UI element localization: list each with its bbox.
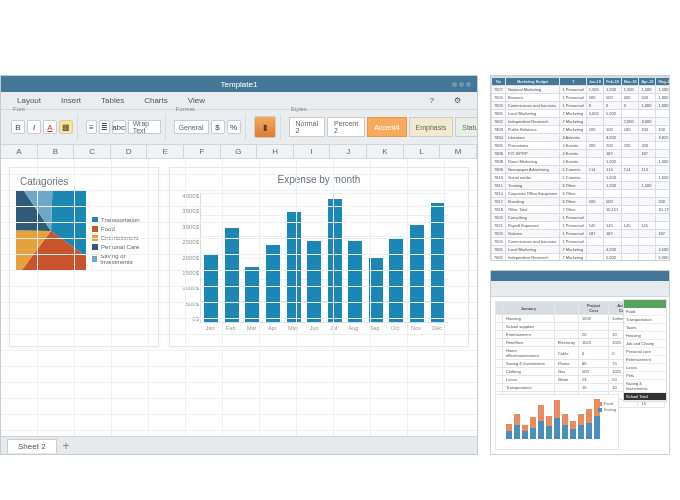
style-status[interactable]: Status bbox=[455, 117, 478, 137]
align-center-icon[interactable]: ≣ bbox=[99, 120, 110, 134]
style-percent2[interactable]: Percent 2 bbox=[327, 117, 365, 137]
table-row[interactable]: 7820Consulting1 Personnel bbox=[492, 214, 671, 222]
table-row[interactable]: 7804Literature3 Advertis3,0003,825 bbox=[492, 134, 671, 142]
style-accent4[interactable]: Accent4 bbox=[367, 117, 406, 137]
sidebar-item[interactable]: Personal care bbox=[624, 348, 666, 356]
bold-button[interactable]: B bbox=[11, 120, 25, 134]
stacked-bar bbox=[538, 405, 544, 439]
sidebar-item[interactable]: Taxes bbox=[624, 324, 666, 332]
sidebar-item[interactable]: Food bbox=[624, 308, 666, 316]
menu-insert[interactable]: Insert bbox=[51, 92, 91, 109]
style-emphasis[interactable]: Emphasis bbox=[409, 117, 454, 137]
insert-chart-icon[interactable]: ▮ bbox=[254, 116, 276, 138]
mini2-sheet[interactable]: JanuaryProject CostActual CostDifference… bbox=[491, 297, 669, 454]
sidebar-item[interactable]: Housing bbox=[624, 332, 666, 340]
window-controls[interactable] bbox=[452, 82, 471, 87]
mini2-titlebar bbox=[491, 271, 669, 281]
italic-button[interactable]: I bbox=[27, 120, 41, 134]
table-row[interactable]: 7821Payroll Expenses1 Personnel145145145… bbox=[492, 222, 671, 230]
worksheet-area[interactable]: Catagories TransportationFoodEntertainme… bbox=[1, 159, 477, 436]
add-sheet-button[interactable]: + bbox=[63, 439, 70, 453]
column-header[interactable]: H bbox=[257, 145, 294, 158]
svg-point-4 bbox=[25, 204, 78, 257]
sidebar-item[interactable]: Pets bbox=[624, 372, 666, 380]
table-row[interactable]: 7802Independent Research2 Marketing5,000… bbox=[492, 254, 671, 262]
menu-charts[interactable]: Charts bbox=[134, 92, 178, 109]
category-sidebar[interactable]: FoodTransportationTaxesHousingJob and Ch… bbox=[623, 299, 667, 402]
column-header[interactable]: J bbox=[330, 145, 367, 158]
bar bbox=[225, 228, 239, 322]
legend-label: Personal Care bbox=[101, 244, 139, 250]
sheet-tab-bar: Sheet 2 + bbox=[1, 436, 477, 454]
abc-button[interactable]: abc bbox=[112, 120, 126, 134]
table-row[interactable]: 7802Independent Research2 Marketing2,000… bbox=[492, 118, 671, 126]
column-header[interactable]: D bbox=[111, 145, 148, 158]
minimize-icon[interactable] bbox=[452, 82, 457, 87]
maximize-icon[interactable] bbox=[459, 82, 464, 87]
legend-swatch bbox=[92, 217, 98, 223]
table-row[interactable]: 7829Commissions and bonuses1 Personnel00… bbox=[492, 102, 671, 110]
bar-y-ticks: 4000$3500$3000$2500$2000$1500$1000$500$0… bbox=[175, 193, 199, 322]
help-icon[interactable]: ? bbox=[420, 92, 444, 109]
sidebar-item[interactable]: Loans bbox=[624, 364, 666, 372]
sidebar-item[interactable]: School Total bbox=[624, 393, 666, 401]
stacked-bar bbox=[570, 421, 576, 439]
stacked-bar bbox=[522, 425, 528, 439]
table-row[interactable]: 7827National Marketing1 Personnel1,5001,… bbox=[492, 86, 671, 94]
sidebar-item[interactable]: Job and Charity bbox=[624, 340, 666, 348]
table-row[interactable]: 7805Promotions4 Events200200200200 bbox=[492, 142, 671, 150]
close-icon[interactable] bbox=[466, 82, 471, 87]
table-row[interactable]: 7808Direct Marketing4 Events1,0001,000 bbox=[492, 158, 671, 166]
align-left-icon[interactable]: ≡ bbox=[86, 120, 97, 134]
column-header[interactable]: E bbox=[147, 145, 184, 158]
table-row[interactable]: 7803Public Relations2 Marketing100100100… bbox=[492, 126, 671, 134]
sheet-tab[interactable]: Sheet 2 bbox=[7, 439, 57, 453]
table-row[interactable]: 7801Local Marketing2 Marketing5,0005,000 bbox=[492, 110, 671, 118]
sidebar-item[interactable]: Transportation bbox=[624, 316, 666, 324]
table-row[interactable]: 7829Salaries1 Personnel187187187 bbox=[492, 230, 671, 238]
mini1-grid[interactable]: NoMarketing BudgetTJan-18Feb-18Mar-18Apr… bbox=[491, 77, 669, 261]
sidebar-item[interactable]: Entertainment bbox=[624, 356, 666, 364]
legend-label: Entertainment bbox=[101, 235, 138, 241]
column-header[interactable]: A bbox=[1, 145, 38, 158]
currency-icon[interactable]: $ bbox=[211, 120, 225, 134]
table-row[interactable]: 7817Branding6 Other500500500 bbox=[492, 198, 671, 206]
table-row[interactable]: 7801Local Marketing2 Marketing4,5004,500 bbox=[492, 246, 671, 254]
column-header[interactable]: B bbox=[38, 145, 75, 158]
mini2-legend: Food Saving bbox=[598, 401, 616, 413]
table-row[interactable]: 7811Training6 Other1,5001,500 bbox=[492, 182, 671, 190]
bar-series bbox=[201, 193, 448, 322]
pie-chart-card[interactable]: Catagories TransportationFoodEntertainme… bbox=[9, 167, 159, 347]
gear-icon[interactable]: ⚙ bbox=[444, 92, 471, 109]
format-group-label: Format bbox=[176, 106, 195, 112]
sidebar-header bbox=[624, 300, 666, 308]
bar-chart-card[interactable]: Expense by month 4000$3500$3000$2500$200… bbox=[169, 167, 469, 347]
table-row[interactable]: 7814Corporate Office Equipment6 Other bbox=[492, 190, 671, 198]
column-header[interactable]: F bbox=[184, 145, 221, 158]
column-header[interactable]: C bbox=[74, 145, 111, 158]
table-row[interactable]: 7829Banners1 Personnel5005005005001,800 bbox=[492, 94, 671, 102]
style-normal2[interactable]: Normal 2 bbox=[289, 117, 326, 137]
table-row[interactable]: 7818Other Total7 Other10,15110,175 bbox=[492, 206, 671, 214]
column-header[interactable]: M bbox=[440, 145, 477, 158]
table-row[interactable]: 7806P.O.S/POP4 Events187187 bbox=[492, 150, 671, 158]
wrap-text-select[interactable]: Wrap Text bbox=[128, 120, 161, 134]
pie-legend: TransportationFoodEntertainmentPersonal … bbox=[86, 197, 152, 265]
column-header[interactable]: L bbox=[404, 145, 441, 158]
format-group: Format General $ % bbox=[170, 114, 246, 140]
column-header[interactable]: K bbox=[367, 145, 404, 158]
bar bbox=[328, 199, 342, 322]
fill-color-button[interactable]: ▩ bbox=[59, 120, 73, 134]
column-header[interactable]: G bbox=[221, 145, 258, 158]
percent-icon[interactable]: % bbox=[227, 120, 241, 134]
table-row[interactable]: 7810Social media5 Commis1,6501,650 bbox=[492, 174, 671, 182]
table-row[interactable]: 7829Commissions and bonuses1 Personnel bbox=[492, 238, 671, 246]
table-row[interactable]: 7809Newspaper Advertising5 Commis1141141… bbox=[492, 166, 671, 174]
budget-table[interactable]: NoMarketing BudgetTJan-18Feb-18Mar-18Apr… bbox=[491, 77, 670, 261]
column-header[interactable]: I bbox=[294, 145, 331, 158]
mini2-stacked-chart[interactable]: Food Saving bbox=[495, 394, 619, 450]
number-format-select[interactable]: General bbox=[174, 120, 209, 134]
sidebar-item[interactable]: Saving & Investments bbox=[624, 380, 666, 393]
font-color-button[interactable]: A bbox=[43, 120, 57, 134]
menu-tables[interactable]: Tables bbox=[91, 92, 134, 109]
